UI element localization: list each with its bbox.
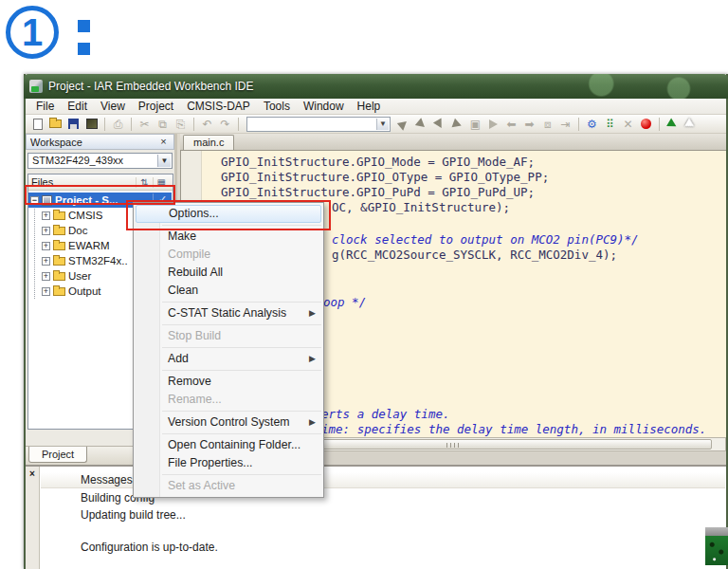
menu-separator <box>162 225 321 226</box>
download-and-debug-icon[interactable] <box>664 117 681 132</box>
submenu-arrow-icon: ▶ <box>309 304 316 322</box>
redo-icon[interactable]: ↷ <box>217 117 233 132</box>
menu-item-version-control-system[interactable]: Version Control System▶ <box>134 413 323 431</box>
folder-icon <box>53 287 65 296</box>
menu-separator <box>162 347 321 348</box>
paste-icon[interactable]: ⎘ <box>173 117 189 132</box>
menu-item-stop-build[interactable]: Stop Build <box>134 327 323 345</box>
sort-files-icon[interactable]: ⇅ <box>136 177 152 188</box>
overview-column-icon[interactable]: ▦ <box>153 177 170 188</box>
step-annotation: 1 <box>4 4 108 70</box>
tree-item-label: EWARM <box>68 240 110 251</box>
menu-file[interactable]: File <box>29 99 61 114</box>
undo-icon[interactable]: ↶ <box>199 117 215 132</box>
tree-item-label: Output <box>68 285 101 297</box>
find-in-files-icon[interactable] <box>449 117 465 132</box>
code-line: GPIO_InitStructure.GPIO_OType = GPIO_OTy… <box>221 170 549 184</box>
config-selector[interactable]: STM32F429_439xx ▼ <box>27 153 173 169</box>
menu-separator <box>162 370 321 371</box>
find-next-icon[interactable] <box>413 117 429 132</box>
colon-dot <box>78 20 90 32</box>
menu-item-cstat-static-analysis[interactable]: C-STAT Static Analysis▶ <box>134 304 323 322</box>
toolbar-search-combo[interactable]: ▼ <box>246 117 391 132</box>
find-icon[interactable] <box>395 117 411 132</box>
debug-without-download-icon[interactable] <box>682 117 699 132</box>
expand-icon[interactable]: + <box>42 211 50 220</box>
save-all-icon[interactable] <box>83 117 100 132</box>
tree-item-label: Doc <box>68 225 87 236</box>
menu-item-make[interactable]: Make <box>134 228 323 246</box>
close-icon[interactable]: × <box>157 136 170 148</box>
app-icon <box>29 80 43 93</box>
menu-cmsis-dap[interactable]: CMSIS-DAP <box>180 99 257 114</box>
menu-window[interactable]: Window <box>297 99 351 114</box>
menu-item-add[interactable]: Add▶ <box>134 350 323 368</box>
chevron-down-icon[interactable]: ▼ <box>376 119 389 130</box>
files-column-header[interactable]: Files ⇅ ▦ <box>28 174 173 191</box>
navigate-forward-icon[interactable]: ➡ <box>521 117 537 132</box>
collapse-icon[interactable]: − <box>30 196 39 205</box>
build-message: Updating build tree... <box>81 508 186 522</box>
colon-dot <box>78 43 90 55</box>
print-icon[interactable]: ⎙ <box>110 117 126 132</box>
menu-item-options[interactable]: Options... <box>136 205 321 223</box>
make-icon[interactable]: ⚙ <box>584 117 600 132</box>
tree-item-label: Project - S... <box>55 194 118 206</box>
save-icon[interactable] <box>65 117 82 132</box>
close-icon[interactable]: × <box>27 468 39 481</box>
folder-icon <box>53 211 65 220</box>
menu-item-file-properties[interactable]: File Properties... <box>134 454 323 472</box>
goto-icon[interactable] <box>485 117 501 132</box>
open-file-icon[interactable] <box>47 117 64 132</box>
compile-icon[interactable]: ⠿ <box>602 117 618 132</box>
tree-item-label: CMSIS <box>68 210 102 221</box>
new-file-icon[interactable] <box>29 117 46 132</box>
navigate-back-icon[interactable]: ⬅ <box>503 117 519 132</box>
folder-icon <box>53 272 65 281</box>
menu-tools[interactable]: Tools <box>257 99 297 114</box>
menu-separator <box>162 324 321 325</box>
menu-bar: File Edit View Project CMSIS-DAP Tools W… <box>26 99 726 115</box>
menu-item-rebuild-all[interactable]: Rebuild All <box>134 264 323 282</box>
menu-separator <box>162 302 321 303</box>
submenu-arrow-icon: ▶ <box>309 413 316 431</box>
code-line: g(RCC_MCO2Source_SYSCLK, RCC_MCO2Div_4); <box>332 248 617 262</box>
open-header-icon[interactable]: ⧈ <box>539 117 555 132</box>
tab-main-c[interactable]: main.c <box>183 135 234 150</box>
title-bar[interactable]: Project - IAR Embedded Workbench IDE <box>24 74 728 99</box>
menu-item-set-as-active[interactable]: Set as Active <box>134 477 323 495</box>
copy-icon[interactable]: ⧉ <box>155 117 171 132</box>
menu-edit[interactable]: Edit <box>61 99 94 114</box>
tab-project[interactable]: Project <box>28 447 87 463</box>
toggle-breakpoint-icon[interactable] <box>638 117 654 132</box>
menu-item-clean[interactable]: Clean <box>134 282 323 300</box>
messages-toolbar-strip: × <box>26 467 40 569</box>
stop-build-icon[interactable]: ✕ <box>620 117 636 132</box>
code-line: GPIO_InitStructure.GPIO_PuPd = GPIO_PuPd… <box>221 185 535 199</box>
find-previous-icon[interactable] <box>431 117 447 132</box>
menu-item-open-containing-folder[interactable]: Open Containing Folder... <box>134 436 323 454</box>
menu-item-compile[interactable]: Compile <box>134 246 323 264</box>
expand-icon[interactable]: + <box>42 242 50 250</box>
menu-help[interactable]: Help <box>351 99 388 114</box>
toolbar: ⎙ ✂ ⧉ ⎘ ↶ ↷ ▼ ▣ ⬅ ➡ ⧈ ⇥ ⚙ ⠿ ✕ <box>26 115 726 134</box>
menu-item-remove[interactable]: Remove <box>134 373 323 391</box>
window-title: Project - IAR Embedded Workbench IDE <box>48 80 254 93</box>
config-selector-value: STM32F429_439xx <box>32 155 123 166</box>
expand-icon[interactable]: + <box>42 227 50 235</box>
cut-icon[interactable]: ✂ <box>136 117 153 132</box>
submenu-arrow-icon: ▶ <box>309 350 316 368</box>
expand-icon[interactable]: + <box>42 257 50 266</box>
menu-separator <box>162 474 321 475</box>
chevron-down-icon[interactable]: ▼ <box>157 155 171 167</box>
replace-icon[interactable]: ▣ <box>467 117 483 132</box>
expand-icon[interactable]: + <box>42 272 50 281</box>
expand-icon[interactable]: + <box>42 287 50 296</box>
menu-project[interactable]: Project <box>132 99 180 114</box>
step-circle: 1 <box>6 6 59 59</box>
next-error-icon[interactable]: ⇥ <box>557 117 573 132</box>
menu-separator <box>162 433 321 434</box>
page: { "annotation": { "number": "1" }, "wind… <box>0 0 728 569</box>
menu-view[interactable]: View <box>94 99 132 114</box>
menu-item-rename[interactable]: Rename... <box>134 391 323 409</box>
